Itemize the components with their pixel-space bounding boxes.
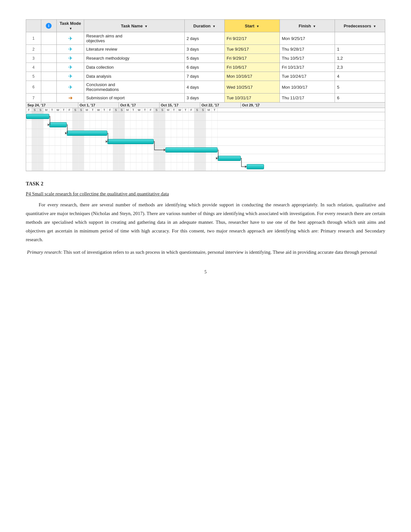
page-number: 5	[26, 270, 385, 275]
gantt-grid-cell	[96, 112, 102, 120]
gantt-grid-cell	[200, 129, 206, 137]
gantt-grid-cell	[107, 146, 113, 154]
row-mode-2: ✈	[56, 45, 84, 54]
gantt-day-cell: T	[171, 108, 177, 112]
row-mode-6: ✈	[56, 81, 84, 94]
gantt-grid-cell	[154, 154, 160, 162]
gantt-day-cell: S	[194, 108, 200, 112]
row-num-4: 4	[26, 63, 41, 72]
gantt-grid-cell	[183, 137, 189, 145]
gantt-grid-cell	[183, 112, 189, 120]
gantt-grid-cell	[177, 154, 183, 162]
row-start-7: Tue 10/31/17	[225, 94, 280, 103]
gantt-day-cell: M	[84, 108, 90, 112]
gantt-day-cell: S	[200, 108, 206, 112]
gantt-grid-cell	[125, 112, 131, 120]
task-mode-dropdown-icon[interactable]: ▼	[69, 27, 72, 30]
gantt-grid-cell	[90, 154, 96, 162]
gantt-grid-cell	[125, 163, 131, 171]
gantt-grid-cell	[148, 112, 154, 120]
predecessors-dropdown-icon[interactable]: ▼	[373, 25, 376, 28]
row-num-7: 7	[26, 94, 41, 103]
gantt-grid-cell	[148, 163, 154, 171]
gantt-grid-cell	[102, 112, 107, 120]
col-header-num	[26, 20, 41, 32]
gantt-grid-cell	[171, 121, 177, 129]
gantt-grid-cell	[67, 146, 73, 154]
row-num-6: 6	[26, 81, 41, 94]
gantt-day-cell: S	[78, 108, 84, 112]
col-header-task-name: Task Name ▼	[84, 20, 184, 32]
gantt-day-cell: F	[189, 108, 194, 112]
gantt-bar	[26, 114, 49, 119]
gantt-grid-cell	[165, 154, 171, 162]
gantt-grid-cell	[177, 129, 183, 137]
gantt-grid-cell	[49, 129, 55, 137]
gantt-day-cell: F	[148, 108, 154, 112]
gantt-grid-cell	[32, 137, 38, 145]
gantt-grid-cell	[189, 137, 194, 145]
gantt-grid-cell	[67, 163, 73, 171]
gantt-grid-cell	[38, 146, 44, 154]
finish-dropdown-icon[interactable]: ▼	[313, 25, 316, 28]
gantt-grid-cell	[194, 121, 200, 129]
gantt-grid-cell	[125, 146, 131, 154]
gantt-grid-cell	[119, 146, 125, 154]
gantt-day-cell: S	[119, 108, 125, 112]
gantt-grid-cell	[212, 112, 218, 120]
row-finish-4: Fri 10/13/17	[280, 63, 335, 72]
task2-paragraph2-suffix: : This sort of investigation refers to a…	[61, 250, 377, 255]
row-finish-2: Thu 9/28/17	[280, 45, 335, 54]
row-pred-7: 6	[335, 94, 385, 103]
gantt-grid-cell	[125, 154, 131, 162]
gantt-grid-cell	[102, 154, 107, 162]
gantt-day-cell: S	[160, 108, 165, 112]
gantt-grid-cell	[119, 129, 125, 137]
row-info-4	[41, 63, 56, 72]
gantt-grid-cell	[142, 163, 148, 171]
gantt-day-cell: F	[107, 108, 113, 112]
gantt-grid-cell	[102, 146, 107, 154]
gantt-grid-cell	[136, 121, 142, 129]
gantt-grid-cell	[78, 121, 84, 129]
table-row: 2 ✈ Literature review 3 days Tue 9/26/17…	[26, 45, 385, 54]
gantt-grid-cell	[73, 121, 78, 129]
gantt-grid-cell	[119, 121, 125, 129]
gantt-grid-cell	[49, 112, 55, 120]
gantt-grid-cell	[78, 137, 84, 145]
row-info-2	[41, 45, 56, 54]
gantt-grid-cell	[49, 146, 55, 154]
gantt-grid-cell	[90, 112, 96, 120]
gantt-grid-cell	[119, 163, 125, 171]
gantt-grid-cell	[154, 121, 160, 129]
gantt-grid-cell	[142, 121, 148, 129]
gantt-grid-cell	[148, 146, 154, 154]
gantt-grid-cell	[113, 112, 119, 120]
gantt-row	[26, 121, 385, 129]
row-start-3: Fri 9/29/17	[225, 54, 280, 63]
duration-dropdown-icon[interactable]: ▼	[212, 25, 216, 28]
gantt-grid-cell	[206, 163, 212, 171]
gantt-grid-cell	[102, 137, 107, 145]
gantt-grid-cell	[44, 146, 49, 154]
gantt-grid-cell	[154, 112, 160, 120]
gantt-grid-cell	[142, 129, 148, 137]
gantt-grid-cell	[26, 163, 32, 171]
gantt-grid-cell	[154, 146, 160, 154]
gantt-grid-cell	[131, 163, 136, 171]
row-finish-1: Mon 9/25/17	[280, 32, 335, 45]
col-header-predecessors: Predecessors ▼	[335, 20, 385, 32]
gantt-grid-cell	[194, 112, 200, 120]
start-dropdown-icon[interactable]: ▼	[256, 25, 259, 28]
gantt-row	[26, 163, 385, 171]
gantt-row	[26, 154, 385, 163]
gantt-week-label: Sep 24, '17	[26, 103, 78, 108]
task-name-dropdown-icon[interactable]: ▼	[144, 25, 148, 28]
gantt-grid-cell	[38, 129, 44, 137]
row-num-2: 2	[26, 45, 41, 54]
gantt-bar	[107, 139, 154, 144]
table-row: 6 ✈ Conclusion andRecommedations 4 days …	[26, 81, 385, 94]
gantt-grid-cell	[206, 154, 212, 162]
gantt-grid-cell	[171, 129, 177, 137]
gantt-grid-cell	[32, 121, 38, 129]
